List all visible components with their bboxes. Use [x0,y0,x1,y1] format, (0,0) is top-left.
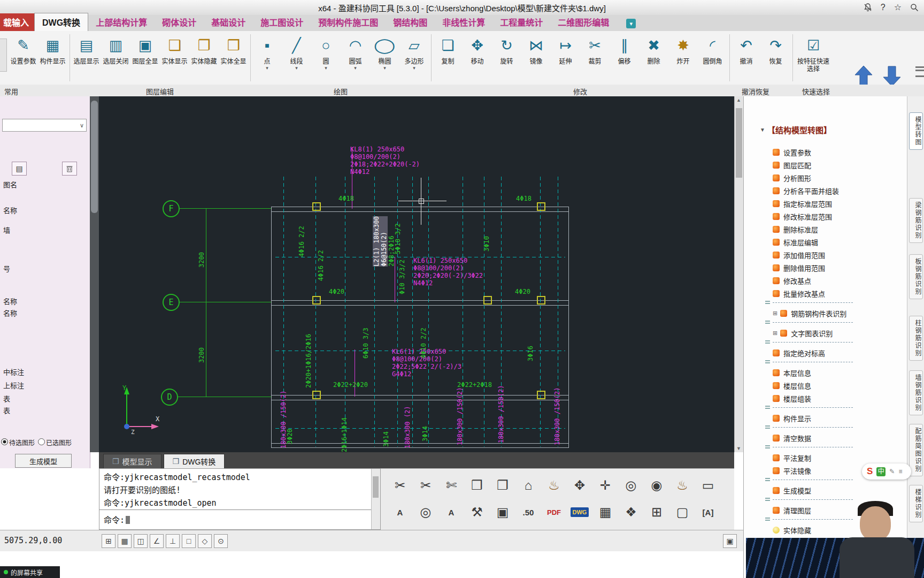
menu-tab-load-input[interactable]: 载输入 [0,13,34,31]
dyn-input-toggle[interactable]: □ [182,534,196,548]
trim-scissors-icon[interactable]: ✂ [388,473,412,498]
menu-tab-2d-edit[interactable]: 二维图形编辑 [550,13,617,31]
house-icon[interactable]: ⌂ [517,473,540,498]
menu-item-batch-basepoint[interactable]: 批量修改基点 [773,288,825,299]
notification-bell-icon[interactable] [864,3,872,12]
ribbon-polygon-button[interactable]: ▱多边形▾ [399,31,429,85]
ribbon-point-button[interactable]: ▪点▾ [252,31,282,85]
ime-language-toggle[interactable]: 中 [876,467,886,476]
canvas-left-scrollbar[interactable] [90,96,99,452]
building-icon[interactable]: ▦ [594,500,617,524]
vtab-column-rebar[interactable]: 柱钢筋识别 [909,316,923,361]
menu-item-story-info[interactable]: 本层信息 [773,368,811,378]
grab-hand-icon[interactable]: ✥ [568,473,591,498]
vtab-rebar-diagram[interactable]: 配筋简图识别 [909,424,923,476]
ribbon-explode-button[interactable]: ✸炸开 [668,31,698,85]
chevron-down-icon[interactable]: ▾ [383,65,386,71]
tab-dwg-convert[interactable]: ❒ DWG转换 [164,454,225,468]
ribbon-offset-button[interactable]: ∥偏移 [610,31,639,85]
ribbon-copy-button[interactable]: ❏复制 [433,31,463,85]
ribbon-undo-button[interactable]: ↶撤消 [732,31,761,85]
wrench-icon[interactable]: ⚒ [465,500,489,524]
ribbon-entity-show-button[interactable]: ❑实体显示 [160,31,189,85]
ribbon-circle-button[interactable]: ○圆▾ [311,31,341,85]
box-3d-outline-icon[interactable]: ❒ [465,473,489,498]
layer-filter-dropdown[interactable]: ∨ [2,119,87,132]
trash-icon[interactable] [62,162,77,176]
chevron-down-icon[interactable]: ▾ [325,65,327,71]
split-scissors-icon[interactable]: ✄ [440,473,463,498]
ribbon-layer-showall-button[interactable]: ▣图层全显 [130,31,160,85]
text-scale-icon[interactable]: A [388,500,412,524]
snap-toggle[interactable]: ▦ [118,534,132,548]
ime-pen-icon[interactable]: ✎ [889,468,895,475]
lineweight-toggle[interactable]: ◇ [198,534,212,548]
ribbon-overflow-icon[interactable] [915,66,924,77]
ribbon-trim-button[interactable]: ✂裁剪 [580,31,610,85]
command-prompt[interactable]: 命令: [104,514,130,525]
box-3d-solid-icon[interactable]: ❐ [491,473,514,498]
menu-item-component-display[interactable]: 构件显示 [773,413,811,423]
ime-menu-icon[interactable]: ≡ [898,468,902,475]
menu-item-set-params[interactable]: 设置参数 [773,147,811,157]
osnap-toggle[interactable]: ⊥ [166,534,180,548]
ribbon-quick-select-button[interactable]: ☑ 按特征快速选择 [795,31,832,85]
menu-item-pingfa-copy[interactable]: 平法复制 [773,453,811,463]
ribbon-mirror-button[interactable]: ⋈镜像 [521,31,551,85]
menu-item-text-table-recognize[interactable]: 文字图表识别 [773,328,833,338]
vtab-wall-rebar[interactable]: 墙钢筋识别 [909,370,923,415]
command-scrollbar[interactable] [371,469,380,529]
ribbon-line-button[interactable]: ╱线段▾ [282,31,311,85]
ortho-toggle[interactable]: ◫ [134,534,148,548]
radio-pending-shapes[interactable]: 待选图形 [1,438,35,447]
cad-drawing-canvas[interactable]: F E D 3200 3200 KL8(1) 250x650Φ8@100/200… [99,96,734,452]
ribbon-component-display-button[interactable]: ▦ 构件显示 [38,31,67,85]
menu-item-analyze-drawing[interactable]: 分析图形 [773,173,811,183]
menu-tab-steel[interactable]: 钢结构图 [386,13,435,31]
sheet-copy-icon[interactable]: ⊞ [645,500,668,524]
vtab-beam-rebar[interactable]: 梁钢筋识别 [909,198,923,243]
menu-item-floor-assemble[interactable]: 楼层组装 [773,393,811,404]
chevron-down-icon[interactable]: ▾ [354,65,357,71]
extend-scissors-icon[interactable]: ✂ [414,473,437,498]
command-window[interactable]: 命令:yjkrecastmodel_recastmodel 请打开要识别的图纸!… [99,468,381,530]
search-icon[interactable] [910,3,919,12]
dim-precision-icon[interactable]: .50 [517,500,540,524]
menu-item-floor-info[interactable]: 楼层信息 [773,381,811,391]
vtab-model-convert[interactable]: 模型转图 [909,112,923,150]
ribbon-entity-showall-button[interactable]: ❒实体全显 [219,31,248,85]
menu-item-delete-story[interactable]: 删除标准层 [773,224,818,234]
ribbon-arc-button[interactable]: ◠圆弧▾ [341,31,370,85]
menu-tab-dwg-convert[interactable]: DWG转换 [34,13,88,31]
help-icon[interactable]: ? [881,2,886,13]
magnifier-icon[interactable]: ◉ [645,473,668,498]
kettle-icon[interactable]: ♨ [542,473,566,498]
favorite-star-icon[interactable]: ☆ [894,2,902,13]
radio-selected-shapes[interactable]: 已选图形 [38,438,72,447]
tab-model-display[interactable]: ❒ 模型显示 [103,454,161,468]
ribbon-layer-close-button[interactable]: ▥选层关闭 [101,31,130,85]
input-method-bar[interactable]: S 中 ✎ ≡ [862,463,911,480]
menu-item-edit-story-range[interactable]: 修改标准层范围 [773,211,832,222]
ruler-icon[interactable]: ▭ [696,473,720,498]
image-frame-icon[interactable]: ▢ [671,500,694,524]
dwg-export-icon[interactable]: DWG [568,500,591,524]
vtab-slab-rebar[interactable]: 板钢筋识别 [909,254,923,299]
panel-header[interactable]: ▼ 【结构模型转图】 [760,124,831,135]
menu-item-del-borrow-range[interactable]: 删除借用范围 [773,263,825,273]
menu-item-pingfa-mirror[interactable]: 平法镜像 [773,466,811,476]
menu-tab-foundation[interactable]: 基础设计 [204,13,253,31]
menu-tab-precast[interactable]: 预制构件施工图 [311,13,386,31]
text-frame-icon[interactable]: [A] [696,500,720,524]
canvas-right-scrollbar[interactable]: ▲▼ [734,96,744,452]
teapot-icon[interactable]: ♨ [671,473,694,498]
menu-item-story-edit[interactable]: 标准层编辑 [773,237,818,247]
chevron-down-icon[interactable]: ▾ [295,65,298,71]
ribbon-rotate-button[interactable]: ↻旋转 [492,31,521,85]
menu-tab-construction[interactable]: 施工图设计 [253,13,311,31]
ribbon-move-button[interactable]: ✥移动 [463,31,492,85]
menu-tab-quantity[interactable]: 工程量统计 [492,13,550,31]
selection-cycle-toggle[interactable]: ⊙ [214,534,228,548]
layout-toggle[interactable]: ▣ [723,534,737,548]
menu-item-analyze-planes[interactable]: 分析各平面并组装 [773,186,839,196]
